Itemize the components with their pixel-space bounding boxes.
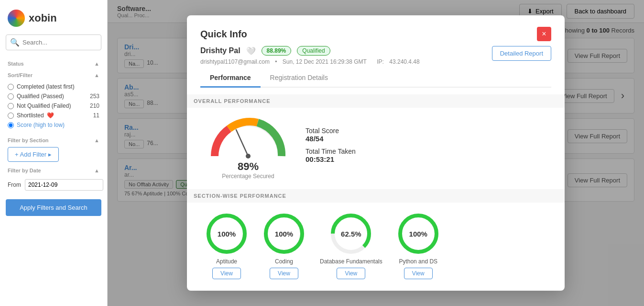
section-name-3: Python and DS	[399, 258, 437, 265]
section-name-2: Database Fundamentals	[320, 258, 382, 265]
sort-filter-section[interactable]: Sort/Filter ▲	[0, 68, 107, 80]
modal-dot: •	[275, 58, 277, 65]
status-section[interactable]: Status ▲	[0, 57, 107, 68]
overall-performance: 89% Percentage Secured Total Score 48/54…	[200, 115, 551, 189]
section-chevron: ▲	[94, 137, 99, 143]
heart-icon: ❤️	[47, 112, 54, 119]
quick-info-modal: Quick Info × Drishty Pal 🤍 88.89% Qualif…	[187, 15, 565, 291]
total-time-label: Total Time Taken	[306, 147, 356, 155]
section-item-2: 62.5% Database Fundamentals View	[320, 212, 382, 279]
modal-tabs: Performance Registration Details	[200, 70, 551, 88]
filter-count-shortlisted: 11	[93, 112, 99, 119]
circle-container-3: 100%	[397, 212, 440, 255]
filter-item-not-qualified[interactable]: Not Qualified (Failed) 210	[8, 101, 99, 111]
filter-label-completed: Completed (latest first)	[17, 83, 75, 90]
overall-section-title: OVERALL PERFORMANCE	[187, 94, 565, 108]
circle-pct-3: 100%	[409, 230, 427, 238]
section-item-0: 100% Aptitude View	[205, 212, 248, 279]
view-button-1[interactable]: View	[270, 268, 298, 279]
section-circles: 100% Aptitude View 100% Coding View 62.5…	[200, 212, 551, 279]
filter-by-date-header[interactable]: Filter by Date ▲	[0, 164, 107, 175]
section-name-0: Aptitude	[216, 258, 237, 265]
status-label: Status	[8, 61, 24, 67]
detailed-btn-label: Detailed Report	[500, 50, 543, 57]
filter-radio-completed[interactable]	[8, 84, 14, 90]
circle-pct-0: 100%	[218, 230, 236, 238]
total-score-label: Total Score	[306, 127, 356, 135]
circle-pct-1: 100%	[275, 230, 293, 238]
filter-radio-qualified[interactable]	[8, 93, 14, 100]
favorite-button[interactable]: 🤍	[246, 46, 256, 56]
tab-registration-label: Registration Details	[270, 74, 328, 81]
circle-container-0: 100%	[205, 212, 248, 255]
gauge-percentage: 89%	[238, 160, 259, 173]
gauge-svg	[210, 115, 286, 159]
filter-radio-score[interactable]	[8, 122, 14, 128]
modal-user-row: Drishty Pal 🤍 88.89% Qualified	[200, 46, 424, 56]
add-filter-label: + Add Filter ▸	[15, 151, 52, 158]
date-from-row: From	[8, 179, 99, 191]
section-item-1: 100% Coding View	[262, 212, 306, 279]
filter-item-qualified[interactable]: Qualified (Passed) 253	[8, 91, 99, 101]
filter-label-not-qualified: Not Qualified (Failed)	[17, 102, 71, 109]
filter-item-shortlisted[interactable]: Shortlisted ❤️ 11	[8, 111, 99, 120]
date-chevron: ▲	[94, 168, 99, 173]
circle-container-2: 62.5%	[329, 212, 372, 255]
logo-area: xobin	[0, 6, 107, 34]
circle-pct-2: 62.5%	[341, 230, 361, 238]
main-content: Software... Qual... Proc... ⬇ Export Bac…	[108, 0, 644, 306]
sort-filter-label: Sort/Filter	[8, 72, 33, 78]
logo-text: xobin	[29, 12, 57, 24]
modal-header: Quick Info ×	[200, 27, 551, 41]
section-name-1: Coding	[275, 258, 293, 265]
total-score-val: 48/54	[306, 135, 356, 143]
view-button-3[interactable]: View	[404, 268, 433, 279]
sidebar: xobin 🔍 Status ▲ Sort/Filter ▲ Completed…	[0, 0, 108, 306]
gauge-label: Percentage Secured	[222, 173, 274, 180]
view-button-2[interactable]: View	[337, 268, 365, 279]
modal-user-name: Drishty Pal	[200, 46, 240, 55]
sort-chevron: ▲	[94, 72, 99, 78]
search-box[interactable]: 🔍	[6, 34, 101, 50]
total-time-val: 00:53:21	[306, 155, 356, 163]
section-perf-title: SECTION-WISE PERFORMANCE	[187, 189, 565, 203]
filter-item-score[interactable]: Score (high to low)	[8, 120, 99, 130]
modal-close-button[interactable]: ×	[537, 27, 551, 41]
total-score-row: Total Score 48/54	[306, 127, 356, 143]
xobin-logo-icon	[8, 10, 25, 27]
filter-count-not-qualified: 210	[90, 102, 99, 109]
filter-radio-shortlisted[interactable]	[8, 113, 14, 119]
filter-item-completed[interactable]: Completed (latest first)	[8, 82, 99, 91]
detailed-report-button[interactable]: Detailed Report	[492, 46, 551, 61]
date-filter: From	[0, 175, 107, 194]
modal-score-badge: 88.89%	[262, 46, 292, 56]
filter-radio-not-qualified[interactable]	[8, 103, 14, 109]
circle-container-1: 100%	[262, 212, 306, 255]
modal-title: Quick Info	[200, 29, 247, 40]
modal-qualified-badge: Qualified	[297, 46, 330, 56]
filter-label-qualified: Qualified (Passed)	[17, 93, 64, 100]
status-chevron: ▲	[94, 61, 99, 67]
filter-label-shortlisted: Shortlisted	[17, 112, 44, 119]
filter-by-section-header[interactable]: Filter by Section ▲	[0, 134, 107, 145]
search-icon: 🔍	[10, 38, 20, 47]
modal-ip-label: IP:	[377, 58, 384, 65]
filter-by-date-label: Filter by Date	[8, 168, 41, 173]
apply-filters-button[interactable]: Apply Filters and Search	[6, 199, 101, 216]
tab-performance[interactable]: Performance	[200, 70, 261, 88]
svg-line-0	[236, 130, 248, 156]
filter-label-score: Score (high to low)	[17, 122, 65, 128]
svg-point-1	[246, 154, 251, 159]
total-time-row: Total Time Taken 00:53:21	[306, 147, 356, 163]
gauge-container: 89% Percentage Secured	[210, 115, 286, 180]
modal-email: drishtypal1107@gmail.com	[200, 58, 270, 65]
filter-count-qualified: 253	[90, 93, 99, 100]
tab-registration[interactable]: Registration Details	[261, 70, 338, 88]
add-filter-button[interactable]: + Add Filter ▸	[8, 147, 59, 162]
search-input[interactable]	[22, 39, 97, 46]
view-button-0[interactable]: View	[212, 268, 241, 279]
modal-date: Sun, 12 Dec 2021 16:29:38 GMT	[283, 58, 367, 65]
modal-meta: drishtypal1107@gmail.com • Sun, 12 Dec 2…	[200, 58, 424, 65]
date-from-input[interactable]	[25, 179, 103, 191]
tab-performance-label: Performance	[210, 74, 251, 81]
